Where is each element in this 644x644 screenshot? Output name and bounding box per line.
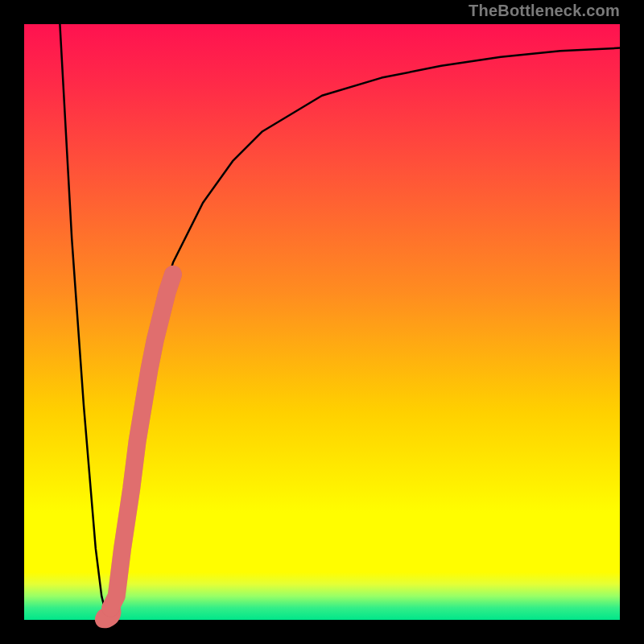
highlight-stroke: [110, 275, 173, 608]
highlighted-segment: [102, 275, 173, 621]
watermark-text: TheBottleneck.com: [469, 2, 620, 20]
chart-frame: TheBottleneck.com: [0, 0, 644, 644]
bottleneck-curve: [60, 24, 620, 620]
curve-svg: [24, 24, 620, 620]
plot-area: [24, 24, 620, 620]
bottleneck-curve-path: [60, 24, 620, 620]
